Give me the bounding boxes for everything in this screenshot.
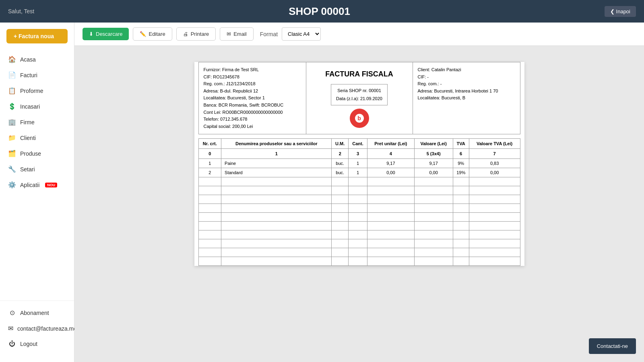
table-cell: 9% <box>453 159 469 168</box>
email-icon: ✉ <box>227 31 231 37</box>
table-cell-empty <box>469 195 520 204</box>
table-cell-empty <box>453 195 469 204</box>
table-cell-empty <box>332 213 349 222</box>
sidebar-label-firme: Firme <box>20 119 35 125</box>
client-locality: Localitatea: Bucuresti, B <box>418 95 515 102</box>
format-select[interactable]: Clasic A4 <box>282 27 321 41</box>
edit-label: Editare <box>149 31 165 37</box>
table-cell-empty <box>453 222 469 230</box>
supplier-cont: Cont Lei: RO00BCR0000000000000000 <box>204 109 301 116</box>
sidebar-bottom-logout[interactable]: ⏻ Logout <box>0 336 74 352</box>
table-row-empty <box>198 239 520 248</box>
table-cell-empty <box>469 213 520 222</box>
print-button[interactable]: 🖨 Printare <box>176 27 216 41</box>
sidebar-item-produse[interactable]: 🗂️ Produse <box>0 146 74 161</box>
table-cell: 9,17 <box>367 159 415 168</box>
table-cell-empty <box>221 186 332 195</box>
table-cell-empty <box>332 239 349 248</box>
table-cell-empty <box>367 222 415 230</box>
content-area: ⬇ Descarcare ✏️ Editare 🖨 Printare ✉ Ema… <box>74 23 644 362</box>
table-row-empty <box>198 257 520 266</box>
table-cell-empty <box>414 239 453 248</box>
table-cell-empty <box>349 248 367 257</box>
sidebar-bottom-abonament[interactable]: ⊙ Abonament <box>0 305 74 321</box>
top-nav: Salut, Test SHOP 00001 ❮ Inapoi <box>0 0 644 23</box>
produse-icon: 🗂️ <box>8 150 16 157</box>
contact-button[interactable]: Contactati-ne <box>589 338 636 354</box>
table-cell-empty <box>198 177 221 186</box>
sidebar-item-setari[interactable]: 🔧 Setari <box>0 161 74 177</box>
supplier-capital: Capital social: 200,00 Lei <box>204 123 301 130</box>
download-icon: ⬇ <box>89 31 93 37</box>
supplier-locality: Localitatea: Bucuresti, Sector 1 <box>204 95 301 102</box>
sidebar-label-incasari: Incasari <box>20 103 40 110</box>
table-cell-empty <box>349 195 367 204</box>
edit-button[interactable]: ✏️ Editare <box>133 27 172 41</box>
sidebar-item-incasari[interactable]: 💲 Incasari <box>0 99 74 114</box>
table-cell-empty <box>453 230 469 239</box>
table-cell-empty <box>414 230 453 239</box>
email-button[interactable]: ✉ Email <box>220 27 254 41</box>
table-cell-empty <box>221 239 332 248</box>
table-cell-empty <box>414 222 453 230</box>
sidebar-item-firme[interactable]: 🏢 Firme <box>0 114 74 130</box>
invoice-title: FACTURA FISCALA <box>325 68 393 80</box>
sidebar-label-proforme: Proforme <box>20 88 43 94</box>
sidebar-label-aplicatii: Aplicatii <box>20 182 39 188</box>
table-cell: Standard <box>221 168 332 177</box>
table-cell: buc. <box>332 159 349 168</box>
table-cell-empty <box>221 195 332 204</box>
supplier-cif: CIF: RO12345678 <box>204 74 301 81</box>
new-invoice-button[interactable]: + Factura noua <box>6 29 68 43</box>
table-subheader-cell: 6 <box>453 149 469 159</box>
sidebar-bottom-contact[interactable]: ✉ contact@factureaza.me <box>0 321 74 336</box>
incasari-icon: 💲 <box>8 103 16 110</box>
clienti-icon: 📁 <box>8 134 16 142</box>
table-cell-empty <box>469 222 520 230</box>
sidebar-item-proforme[interactable]: 📋 Proforme <box>0 83 74 99</box>
table-cell: 0,83 <box>469 159 520 168</box>
format-label: Format <box>260 31 278 37</box>
seria-box: Seria SHOP nr. 00001 Data (z.l.a): 21.09… <box>331 84 388 106</box>
sidebar-item-facturi[interactable]: 📄 Facturi <box>0 67 74 83</box>
table-header-cell: Denumirea produselor sau a serviciilor <box>221 139 332 149</box>
table-cell: 1 <box>198 159 221 168</box>
contact-icon: ✉ <box>8 325 13 332</box>
table-cell-empty <box>198 204 221 213</box>
sidebar-label-clienti: Clienti <box>20 135 36 141</box>
table-cell-empty <box>332 230 349 239</box>
data-text: Data (z.l.a): 21.09.2020 <box>336 95 382 103</box>
back-button[interactable]: ❮ Inapoi <box>605 6 636 17</box>
table-cell: Paine <box>221 159 332 168</box>
table-header-cell: Valoare (Lei) <box>414 139 453 149</box>
client-regcom: Reg. com.: - <box>418 80 515 88</box>
download-button[interactable]: ⬇ Descarcare <box>83 28 129 40</box>
table-cell-empty <box>349 177 367 186</box>
sidebar-item-acasa[interactable]: 🏠 Acasa <box>0 51 74 67</box>
table-cell-empty <box>453 177 469 186</box>
table-row-empty <box>198 213 520 222</box>
sidebar: + Factura noua 🏠 Acasa 📄 Facturi 📋 Profo… <box>0 23 74 362</box>
abonament-icon: ⊙ <box>8 309 16 317</box>
invoice-table: Nr. crt.Denumirea produselor sau a servi… <box>198 138 520 266</box>
client-name: Client: Catalin Pantazi <box>418 66 515 74</box>
table-row-empty <box>198 195 520 204</box>
invoice-paper: Furnizor: Firma de Test SRL CIF: RO12345… <box>194 62 524 266</box>
sidebar-item-clienti[interactable]: 📁 Clienti <box>0 130 74 146</box>
sidebar-label-logout: Logout <box>20 341 37 347</box>
table-cell-empty <box>367 186 415 195</box>
table-cell: 2 <box>198 168 221 177</box>
table-cell-empty <box>367 230 415 239</box>
table-cell: 1 <box>349 159 367 168</box>
table-cell-empty <box>453 186 469 195</box>
table-cell-empty <box>332 204 349 213</box>
supplier-phone: Telefon: 0712.345.678 <box>204 116 301 123</box>
sidebar-item-aplicatii[interactable]: ⚙️ Aplicatii NOU <box>0 177 74 193</box>
table-header-cell: TVA <box>453 139 469 149</box>
greeting-text: Salut, Test <box>8 8 34 14</box>
table-cell: 1 <box>349 168 367 177</box>
table-cell-empty <box>367 257 415 266</box>
table-cell-empty <box>469 204 520 213</box>
beats-logo-inner: b <box>355 114 364 123</box>
sidebar-label-produse: Produse <box>20 150 41 157</box>
